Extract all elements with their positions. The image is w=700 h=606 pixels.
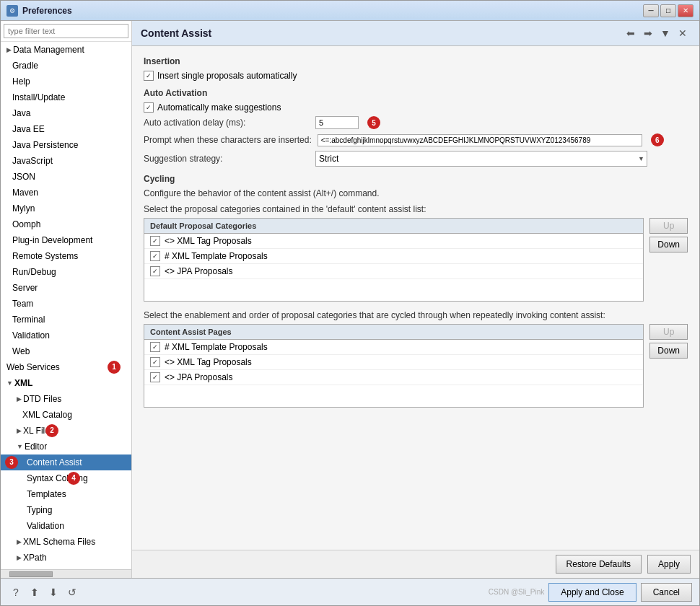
default-categories-label: Select the proposal categories contained… (144, 204, 688, 214)
strategy-select[interactable]: Strict Liberal (315, 151, 647, 167)
table-row: <> JPA Proposals (144, 370, 643, 385)
editor-arrow: ▼ (17, 440, 23, 453)
table-row: # XML Template Proposals (144, 340, 643, 355)
tree-item-remote-systems[interactable]: Remote Systems (1, 248, 131, 264)
footer-right: CSDN @Sli_Pink Apply and Close Cancel (483, 583, 692, 602)
filter-input[interactable] (4, 24, 128, 38)
pages-row1-label: # XML Template Proposals (165, 342, 268, 352)
auto-suggestions-label: Automatically make suggestions (157, 102, 281, 113)
apply-and-close-button[interactable]: Apply and Close (548, 583, 636, 602)
tree-item-java-ee[interactable]: Java EE (1, 121, 131, 137)
close-button[interactable]: ✕ (678, 4, 694, 17)
minimize-button[interactable]: ─ (643, 4, 659, 17)
tree-item-mylyn[interactable]: Mylyn (1, 201, 131, 216)
tree-item-oomph[interactable]: Oomph (1, 216, 131, 232)
tree-item-validation[interactable]: Validation (1, 328, 131, 343)
tree-item-xpath[interactable]: ▶ XPath (1, 550, 131, 566)
badge-4: 4 (67, 472, 80, 485)
xmlschema-arrow: ▶ (17, 535, 22, 548)
tree-item-typing[interactable]: Typing (1, 502, 131, 518)
tree-item-terminal[interactable]: Terminal (1, 312, 131, 328)
tree-item-editor[interactable]: ▼ Editor (1, 439, 131, 454)
main-content: ▶ Data Management Gradle Help Install/Up… (1, 21, 699, 578)
tree-item-web[interactable]: Web (1, 343, 131, 359)
toolbar-menu-button[interactable]: ▼ (657, 25, 673, 41)
tree-item-java[interactable]: Java (1, 105, 131, 121)
bottom-bar: Restore Defaults Apply (132, 550, 699, 578)
pages-label: Select the enablement and order of propo… (144, 310, 688, 320)
tree-item-xml[interactable]: ▼ XML (1, 375, 131, 391)
pages-down-button[interactable]: Down (649, 343, 688, 359)
export-icon-button[interactable]: ⬆ (27, 584, 43, 600)
refresh-icon-button[interactable]: ↺ (64, 584, 80, 600)
auto-suggestions-checkbox[interactable] (144, 102, 154, 113)
tree-item-xml-catalog[interactable]: XML Catalog (1, 407, 131, 423)
filter-box (1, 21, 131, 42)
tree-item-data-management[interactable]: ▶ Data Management (1, 42, 131, 58)
help-icon-button[interactable]: ? (8, 584, 24, 600)
insert-single-checkbox[interactable] (144, 71, 154, 81)
hscroll-thumb[interactable] (9, 571, 53, 577)
tree-item-content-assist[interactable]: Content Assist 3 (1, 454, 131, 470)
cancel-button[interactable]: Cancel (641, 583, 692, 602)
tree-item-json[interactable]: JSON (1, 169, 131, 185)
tree-item-server[interactable]: Server (1, 280, 131, 296)
tree-item-install-update[interactable]: Install/Update (1, 89, 131, 105)
apply-button[interactable]: Apply (647, 555, 691, 574)
row2-label: # XML Template Proposals (165, 251, 268, 261)
content-header: Content Assist ⬅ ➡ ▼ ✕ (132, 21, 699, 46)
strategy-select-wrapper: Strict Liberal (315, 151, 647, 167)
default-down-button[interactable]: Down (649, 237, 688, 252)
toolbar-options-button[interactable]: ✕ (675, 25, 691, 41)
row3-label: <> JPA Proposals (165, 266, 233, 276)
pages-up-button[interactable]: Up (649, 324, 688, 340)
cycling-desc: Configure the behavior of the content as… (144, 188, 688, 198)
restore-defaults-button[interactable]: Restore Defaults (556, 555, 642, 574)
badge-1: 1 (108, 361, 121, 374)
content-title: Content Assist (141, 27, 211, 39)
row3-checkbox[interactable] (150, 266, 160, 276)
delay-input[interactable] (315, 116, 359, 129)
strategy-label: Suggestion strategy: (144, 154, 310, 164)
import-icon-button[interactable]: ⬇ (45, 584, 61, 600)
horizontal-scrollbar[interactable] (1, 569, 131, 578)
pages-row1-checkbox[interactable] (150, 342, 160, 352)
tree-item-dtd-files[interactable]: ▶ DTD Files (1, 391, 131, 407)
cycling-section: Cycling Configure the behavior of the co… (144, 174, 688, 302)
pages-spacer (144, 385, 643, 407)
window-icon: ⚙ (6, 5, 18, 17)
forward-button[interactable]: ➡ (640, 25, 656, 41)
row2-checkbox[interactable] (150, 251, 160, 261)
tree-item-java-persistence[interactable]: Java Persistence (1, 137, 131, 153)
maximize-button[interactable]: □ (660, 4, 676, 17)
insert-single-label: Insert single proposals automatically (157, 71, 297, 81)
tree-item-plugin-dev[interactable]: Plug-in Development (1, 232, 131, 248)
preferences-window: ⚙ Preferences ─ □ ✕ ▶ Data Management Gr… (0, 0, 700, 606)
default-up-button[interactable]: Up (649, 218, 688, 234)
tree-item-javascript[interactable]: JavaScript (1, 153, 131, 169)
tree-item-maven[interactable]: Maven (1, 185, 131, 201)
row1-checkbox[interactable] (150, 236, 160, 246)
default-categories-section: Select the proposal categories contained… (144, 204, 688, 302)
tree-item-validation2[interactable]: Validation (1, 518, 131, 534)
back-button[interactable]: ⬅ (623, 25, 639, 41)
badge-2: 2 (45, 424, 58, 437)
tree-item-templates[interactable]: Templates (1, 486, 131, 502)
pages-row3-checkbox[interactable] (150, 372, 160, 382)
prompt-input[interactable] (318, 134, 642, 146)
content-body: Insertion Insert single proposals automa… (132, 46, 699, 550)
tree-item-web-services[interactable]: Web Services 1 (1, 359, 131, 375)
tree-item-xl-files[interactable]: ▶ XL Files 2 (1, 423, 131, 439)
tree-item-gradle[interactable]: Gradle (1, 58, 131, 74)
xl-arrow: ▶ (17, 424, 22, 437)
tree-item-team[interactable]: Team (1, 296, 131, 312)
table-spacer (144, 279, 643, 301)
tree-item-syntax-coloring[interactable]: Syntax Coloring 4 (1, 470, 131, 486)
title-bar-buttons: ─ □ ✕ (643, 4, 694, 17)
pages-table-container: Content Assist Pages # XML Template Prop… (144, 324, 688, 408)
tree-item-xml-schema-files[interactable]: ▶ XML Schema Files (1, 534, 131, 550)
pages-row2-checkbox[interactable] (150, 357, 160, 367)
tree-item-run-debug[interactable]: Run/Debug (1, 264, 131, 280)
tree-item-help[interactable]: Help (1, 74, 131, 89)
pages-section: Select the enablement and order of propo… (144, 310, 688, 408)
